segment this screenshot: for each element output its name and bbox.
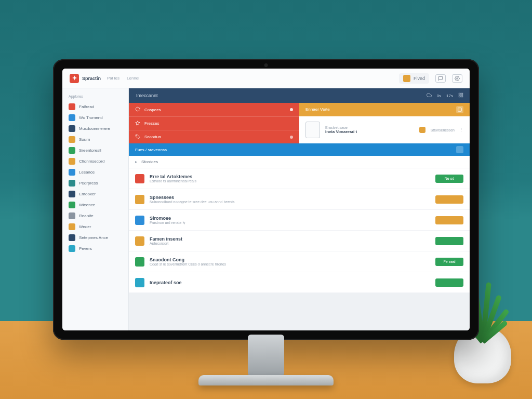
- list-filter-row[interactable]: ▸ Sfordoes: [129, 156, 470, 168]
- svg-point-0: [457, 77, 458, 79]
- list-filter-label: Sfordoes: [141, 159, 158, 164]
- list-item-title: Erre Ial Artoktemes: [150, 174, 430, 179]
- summary-right-item-title: Invia Vonaresd t: [325, 129, 357, 134]
- sidebar-item-label: Lesance: [79, 170, 95, 175]
- sidebar-item[interactable]: Emooker: [62, 189, 128, 200]
- list-item[interactable]: Siromoee Frastnon urd renate ly: [129, 210, 470, 231]
- brand-name: Spractin: [82, 76, 101, 81]
- sidebar-item-label: Wo Tromend: [79, 115, 103, 120]
- ribbon-meta: 17s: [446, 94, 453, 98]
- expand-icon[interactable]: [456, 106, 463, 113]
- list-item-subtitle: Cogd st ie sovernetrent Cees d annecre h…: [150, 262, 430, 266]
- summary-left-label: Cospees: [144, 108, 161, 112]
- svg-rect-4: [459, 96, 460, 97]
- list-item-subtitle: Aptecorport: [150, 242, 430, 245]
- list-item-status: [435, 237, 463, 245]
- list-item-status: [435, 216, 463, 224]
- svg-rect-3: [461, 96, 463, 97]
- sidebar-item[interactable]: Reanife: [62, 210, 128, 221]
- sidebar-item-icon: [69, 169, 75, 176]
- list-header-action-icon[interactable]: [456, 146, 463, 153]
- sidebar-item[interactable]: Sourn: [62, 134, 128, 145]
- sidebar-item-label: Emooker: [79, 192, 96, 196]
- sidebar-item-icon: [69, 191, 75, 197]
- list-item[interactable]: Erre Ial Artoktemes Estrodd ts oamtlinen…: [129, 168, 470, 189]
- summary-left-label: Fresses: [144, 121, 159, 126]
- sidebar-item[interactable]: Setepmes Ance: [62, 232, 128, 243]
- sidebar-item[interactable]: Pevers: [62, 243, 128, 254]
- list-item-title: Siromoee: [150, 216, 430, 221]
- list-item[interactable]: Famen insenst Aptecorport: [129, 231, 470, 251]
- sidebar-item-label: Pevers: [79, 246, 92, 251]
- sidebar-item-label: Peorpress: [79, 181, 98, 185]
- sidebar-item[interactable]: Weoer: [62, 221, 128, 232]
- meta-chip-icon: [419, 127, 425, 133]
- sidebar-item-icon: [69, 180, 75, 187]
- sidebar-item-label: Sourn: [79, 137, 90, 142]
- sidebar-item-icon: [69, 125, 75, 132]
- document-thumb-icon: [305, 122, 320, 138]
- monitor-frame: ✦ Spractin Pal les Lennel Fived: [53, 59, 479, 340]
- sidebar-item-label: Falfread: [79, 104, 94, 109]
- list-item-title: Famen insenst: [150, 236, 430, 242]
- brand: ✦ Spractin: [70, 74, 101, 83]
- summary-right-header: Ennaer Verte: [305, 107, 330, 112]
- list-item-icon: [135, 257, 144, 267]
- list-item-title: Spnessees: [150, 195, 430, 200]
- star-icon: [135, 121, 140, 127]
- settings-icon[interactable]: [452, 74, 462, 83]
- avatar-icon: [403, 75, 410, 82]
- app-screen: ✦ Spractin Pal les Lennel Fived: [62, 69, 470, 330]
- sidebar-section-label: Applores: [62, 92, 128, 101]
- summary-card-alerts[interactable]: Cospees Fresses Scoodun: [129, 103, 299, 143]
- list-item-icon: [135, 236, 144, 246]
- sidebar-item[interactable]: Lesance: [62, 167, 128, 178]
- list-item-status: Fe seal: [435, 258, 463, 266]
- sidebar-item-icon: [69, 136, 75, 143]
- user-label: Fived: [414, 76, 425, 81]
- list-item-status: [435, 278, 463, 287]
- list-item-title: Snaodont Cong: [150, 257, 430, 262]
- sidebar-item-icon: [69, 147, 75, 154]
- item-list: ▸ Sfordoes Erre Ial Artoktemes Estrodd t…: [129, 156, 470, 293]
- list-item[interactable]: Spnessees Nulroncoibord nooegne te sree …: [129, 189, 470, 210]
- sidebar-item-label: Weoer: [79, 224, 91, 229]
- sidebar-item[interactable]: Falfread: [62, 101, 128, 112]
- menu-icon[interactable]: [458, 92, 463, 99]
- chrome-tab[interactable]: Lennel: [127, 76, 139, 81]
- sidebar-item-icon: [69, 158, 75, 165]
- sidebar: Applores FalfreadWo TromendMusdocennerer…: [62, 88, 129, 330]
- summary-right-body: Erastvet saue Invia Vonaresd t Sttonsene…: [299, 116, 470, 143]
- sidebar-item-label: Ctionmsecord: [79, 159, 104, 164]
- list-item-subtitle: Frastnon urd renate ly: [150, 221, 430, 224]
- sidebar-item[interactable]: Ctionmsecord: [62, 156, 128, 167]
- list-header: Fues / sravennss: [129, 143, 470, 156]
- sidebar-item[interactable]: Peorpress: [62, 178, 128, 189]
- sidebar-item[interactable]: Musdocennerere: [62, 123, 128, 134]
- main-area: Imeccannt 0s 17s Cospees Fresses Scood: [129, 88, 470, 330]
- chrome-tab[interactable]: Pal les: [107, 76, 119, 81]
- summary-cards: Cospees Fresses Scoodun Ennaer Verte: [129, 103, 470, 143]
- sidebar-item[interactable]: Wleence: [62, 200, 128, 210]
- list-item-subtitle: Estrodd ts oamtlinencal reals: [150, 179, 430, 183]
- sidebar-item[interactable]: Wo Tromend: [62, 112, 128, 123]
- sidebar-item-label: Musdocennerere: [79, 126, 110, 131]
- tag-icon: [135, 134, 140, 140]
- list-item[interactable]: Snaodont Cong Cogd st ie sovernetrent Ce…: [129, 251, 470, 272]
- sidebar-item-icon: [69, 114, 75, 121]
- svg-point-6: [137, 135, 137, 136]
- window-chrome: ✦ Spractin Pal les Lennel Fived: [62, 69, 470, 88]
- summary-card-featured[interactable]: Ennaer Verte Erastvet saue Invia Vonares…: [299, 103, 470, 143]
- summary-right-meta: Sttonsenessen: [431, 128, 455, 132]
- user-menu[interactable]: Fived: [399, 73, 429, 84]
- ribbon-meta: 0s: [437, 94, 441, 98]
- list-item-icon: [135, 216, 144, 225]
- refresh-icon: [135, 107, 140, 113]
- chat-icon[interactable]: [435, 74, 446, 83]
- sidebar-item[interactable]: Sreentoresil: [62, 145, 128, 156]
- list-item[interactable]: Ineprateof soe: [129, 272, 470, 293]
- sidebar-item-icon: [69, 103, 75, 110]
- cloud-icon[interactable]: [427, 92, 432, 99]
- sidebar-item-icon: [69, 223, 75, 230]
- sidebar-item-icon: [69, 245, 75, 252]
